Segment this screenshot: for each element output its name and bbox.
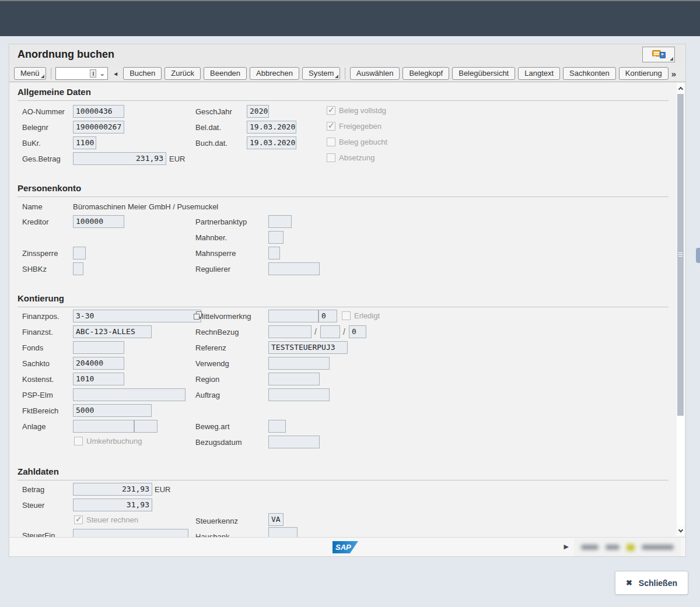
scroll-down-button[interactable] xyxy=(677,525,684,536)
beldat-field[interactable]: 19.03.2020 xyxy=(247,121,296,134)
finanzpos-field[interactable]: 3-30 xyxy=(73,310,201,322)
anlage-subfield[interactable] xyxy=(134,420,158,433)
chevron-down-icon[interactable]: ⌄ xyxy=(99,71,105,76)
mahnber-field[interactable] xyxy=(268,231,284,244)
checkbox-beleg-gebucht[interactable]: Beleg gebucht xyxy=(327,138,387,146)
section-title-allgemeine-daten: Allgemeine Daten xyxy=(18,87,91,97)
redacted-status-icon xyxy=(626,544,635,551)
section-title-zahldaten: Zahldaten xyxy=(18,466,59,476)
vertical-scrollbar[interactable] xyxy=(677,83,684,536)
region-field[interactable] xyxy=(268,373,320,385)
steuerfin-label: SteuerFin xyxy=(22,531,55,537)
kreditor-label: Kreditor xyxy=(22,217,49,226)
beenden-button[interactable]: Beenden xyxy=(204,67,247,80)
mittelvormerkng-field[interactable] xyxy=(268,310,318,322)
checkbox-erledigt[interactable]: Erledigt xyxy=(342,311,380,320)
mittelvormerkng-count-field[interactable]: 0 xyxy=(318,310,337,322)
checkbox-freigegeben[interactable]: Freigegeben xyxy=(327,122,382,131)
overlapping-windows-icon[interactable] xyxy=(194,311,202,320)
regulierer-field[interactable] xyxy=(268,262,320,275)
checkbox-label: Steuer rechnen xyxy=(86,515,138,524)
checkbox-icon xyxy=(327,153,335,162)
auswaehlen-button[interactable]: Auswählen xyxy=(350,67,400,80)
zurueck-button[interactable]: Zurück xyxy=(164,67,201,80)
fonds-field[interactable] xyxy=(73,341,124,354)
chevron-down-icon xyxy=(678,527,682,532)
scroll-up-button[interactable] xyxy=(677,83,684,93)
sachkonten-button[interactable]: Sachkonten xyxy=(563,67,616,80)
rechnbezug-field-2[interactable] xyxy=(320,325,340,338)
belegkopf-button[interactable]: Belegkopf xyxy=(402,67,449,80)
gui-services-button[interactable] xyxy=(642,47,675,62)
buchen-button[interactable]: Buchen xyxy=(123,67,162,80)
psp-elm-label: PSP-Elm xyxy=(22,391,53,399)
hausbank-label: Hausbank xyxy=(195,532,230,537)
bewegart-field[interactable] xyxy=(268,420,286,433)
langtext-button[interactable]: Langtext xyxy=(518,67,560,80)
kreditor-field[interactable]: 100000 xyxy=(73,215,124,228)
betrag-field[interactable]: 231,93 xyxy=(73,483,152,496)
mahnsperre-field[interactable] xyxy=(268,247,280,259)
checkbox-label: Erledigt xyxy=(354,311,380,320)
buchdat-field[interactable]: 19.03.2020 xyxy=(247,136,296,149)
hausbank-field[interactable] xyxy=(268,527,298,537)
referenz-label: Referenz xyxy=(195,343,226,352)
finanzst-field[interactable]: ABC-123-ALLES xyxy=(73,325,152,338)
shbkz-label: SHBKz xyxy=(22,265,47,273)
partnerbanktyp-label: Partnerbanktyp xyxy=(195,217,247,226)
scrollbar-thumb[interactable] xyxy=(677,94,684,416)
system-button[interactable]: System xyxy=(302,67,340,80)
referenz-field[interactable]: TESTSTEUERPUJ3 xyxy=(268,341,348,354)
verwendg-label: Verwendg xyxy=(195,359,229,368)
collapse-left-icon[interactable]: ◄ xyxy=(113,71,118,77)
rechnbezug-field-1[interactable] xyxy=(268,325,312,338)
checkbox-label: Absetzung xyxy=(339,153,374,162)
anlage-label: Anlage xyxy=(22,422,46,431)
geschjahr-label: GeschJahr xyxy=(195,107,232,116)
rechnbezug-field-3[interactable]: 0 xyxy=(349,325,366,338)
verwendg-field[interactable] xyxy=(268,357,330,370)
steuerfin-field[interactable] xyxy=(73,529,188,537)
psp-elm-field[interactable] xyxy=(73,388,186,401)
bezugsdatum-field[interactable] xyxy=(268,436,320,448)
menu-button[interactable]: Menü xyxy=(14,67,46,80)
checkbox-umkehrbuchung[interactable]: Umkehrbuchung xyxy=(74,437,142,445)
bukr-field[interactable]: 1100 xyxy=(73,136,96,149)
sachkto-field[interactable]: 204000 xyxy=(73,357,124,370)
side-panel-handle[interactable] xyxy=(696,248,700,263)
anlage-field[interactable] xyxy=(73,420,134,433)
steuer-field[interactable]: 31,93 xyxy=(73,499,152,511)
ao-nummer-field[interactable]: 10000436 xyxy=(73,105,124,118)
geschjahr-field[interactable]: 2020 xyxy=(247,105,269,118)
steuerkennz-field[interactable]: VA xyxy=(268,513,284,526)
belegnr-field[interactable]: 1900000267 xyxy=(73,121,124,134)
fktbereich-field[interactable]: 5000 xyxy=(73,404,152,417)
mahnsperre-label: Mahnsperre xyxy=(195,249,236,258)
abbrechen-button[interactable]: Abbrechen xyxy=(250,67,299,80)
auftrag-field[interactable] xyxy=(268,388,330,401)
ges-betrag-field[interactable]: 231,93 xyxy=(73,152,166,165)
scrollbar-grip-icon xyxy=(678,252,682,258)
beleguebersicht-button[interactable]: Belegübersicht xyxy=(452,67,515,80)
checkbox-icon xyxy=(74,437,83,445)
main-toolbar: Menü ⌄ ◄ Buchen Zurück Beenden Abbrechen… xyxy=(9,65,685,82)
checkbox-beleg-vollstdg[interactable]: Beleg vollstdg xyxy=(327,106,386,115)
status-expand-icon[interactable]: ▶ xyxy=(564,543,569,550)
zinssperre-label: Zinssperre xyxy=(22,249,58,258)
partnerbanktyp-field[interactable] xyxy=(268,215,292,228)
finanzpos-label: Finanzpos. xyxy=(22,312,60,321)
command-field[interactable]: ⌄ xyxy=(55,67,108,80)
shbkz-field[interactable] xyxy=(73,262,83,275)
toolbar-overflow-icon[interactable]: » xyxy=(671,69,681,79)
checkbox-absetzung[interactable]: Absetzung xyxy=(327,153,374,162)
checkbox-icon xyxy=(327,138,335,146)
schliessen-button[interactable]: ✖ Schließen xyxy=(615,571,688,595)
zinssperre-field[interactable] xyxy=(73,247,86,259)
kontierung-button[interactable]: Kontierung xyxy=(619,67,668,80)
section-rule xyxy=(18,197,668,197)
checkbox-steuer-rechnen[interactable]: Steuer rechnen xyxy=(74,515,138,524)
belegnr-label: Belegnr xyxy=(22,123,48,132)
kostenst-field[interactable]: 1010 xyxy=(73,373,124,385)
beldat-label: Bel.dat. xyxy=(195,123,221,132)
checkbox-label: Beleg gebucht xyxy=(339,138,387,146)
